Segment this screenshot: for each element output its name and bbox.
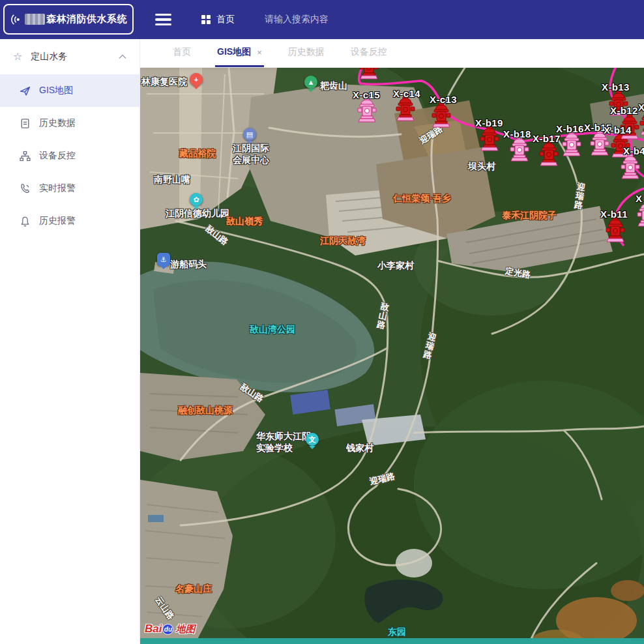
- road-label: 敔山路: [204, 224, 229, 246]
- hydrant-label: X-b13: [602, 81, 630, 93]
- hydrant-marker-edge[interactable]: [637, 202, 644, 227]
- map-canvas[interactable]: X-c15X-c14X-c13X-b19X-b18X-b17X-b16X-b15…: [140, 68, 644, 644]
- hydrant-marker-X-b19[interactable]: [480, 126, 499, 151]
- sidebar-group-label: 定山水务: [31, 51, 67, 63]
- tab-label: 首页: [173, 46, 191, 58]
- hydrant-marker-X-c15[interactable]: [357, 98, 377, 123]
- poi-label: 泰禾江阴院子: [502, 209, 557, 221]
- poi-label: 南野山嘴: [154, 173, 190, 185]
- sonar-logo-icon: [10, 11, 22, 28]
- hydrant-label: X-b18: [503, 128, 531, 139]
- sidebar-item-label: GIS地图: [39, 85, 73, 96]
- hydrant-marker-X-c13[interactable]: [432, 103, 451, 128]
- sidebar-item-label: 历史数据: [39, 117, 76, 129]
- kindergarten-pin-icon: ✿: [190, 193, 203, 206]
- sidebar-item-history-alarm[interactable]: 历史报警: [0, 205, 139, 237]
- sidebar-nav: GIS地图 历史数据 设备反控 实时报警: [0, 74, 139, 237]
- poi-label: 名豪山庄: [175, 583, 212, 594]
- hydrant-label: X-b14: [604, 124, 632, 136]
- road-label: 云山路: [154, 595, 176, 621]
- hydrant-label: X-b4: [623, 145, 644, 156]
- road-label: 迎 瑞 路: [422, 332, 437, 360]
- mountain-pin-icon: ▲: [304, 76, 317, 89]
- poi-label: 华东师大江阴实验学校: [256, 430, 311, 454]
- poi-label: 仁恒棠颂·吾乡: [393, 192, 451, 204]
- hydrant-marker-X-b16[interactable]: [562, 132, 581, 156]
- road-label: 敔山路: [239, 383, 265, 404]
- hospital-pin-icon: +: [190, 73, 203, 86]
- baidu-du-text: du: [164, 626, 172, 633]
- tab-label: 设备反控: [351, 46, 387, 58]
- poi-label: 敔山湾公园: [250, 323, 295, 335]
- tab-device-control[interactable]: 设备反控: [349, 39, 389, 67]
- sidebar-item-device-control[interactable]: 设备反控: [0, 139, 139, 172]
- tab-history-data[interactable]: 历史数据: [286, 39, 327, 67]
- tab-home[interactable]: 首页: [171, 39, 193, 67]
- hydrant-marker-partial[interactable]: [359, 68, 379, 80]
- hydrant-label: X-c13: [430, 94, 457, 105]
- hydrant-label: X: [638, 102, 644, 113]
- hydrant-label: X-b16: [556, 123, 584, 134]
- road-label: 定光路: [505, 267, 531, 280]
- sidebar-item-history-data[interactable]: 历史数据: [0, 107, 139, 139]
- document-icon: [20, 118, 31, 129]
- hydrant-marker-edge[interactable]: [639, 111, 644, 136]
- sidebar-group-dingshan[interactable]: ☆ 定山水务: [0, 39, 139, 74]
- send-icon: [20, 85, 31, 96]
- poi-label: 敔山嶺秀: [226, 215, 263, 227]
- sidebar-item-label: 实时报警: [39, 183, 76, 194]
- tab-label: 历史数据: [288, 46, 325, 58]
- road-label: 敔 山 路: [376, 302, 390, 330]
- hydrant-label: X: [636, 193, 642, 204]
- hydrant-label: X-b12: [610, 105, 638, 116]
- school-pin-icon: 文: [306, 433, 319, 446]
- menu-toggle-icon[interactable]: [155, 14, 171, 26]
- app-title: 森林消防供水系统: [46, 13, 127, 25]
- sidebar-item-realtime-alarm[interactable]: 实时报警: [0, 172, 139, 205]
- top-header: 森林消防供水系统 首页 请输入搜索内容: [0, 0, 644, 39]
- search-input[interactable]: 请输入搜索内容: [265, 14, 343, 25]
- baidu-paw-icon: du: [162, 624, 173, 635]
- close-tab-icon[interactable]: ×: [257, 48, 262, 57]
- phone-icon: [20, 183, 31, 194]
- hydrant-marker-X-b18[interactable]: [510, 137, 529, 162]
- hydrant-label: X-b11: [600, 209, 628, 220]
- hydrant-marker-X-b4[interactable]: [621, 154, 640, 179]
- sidebar-item-label: 设备反控: [39, 150, 76, 162]
- poi-label: 藏品裕院: [179, 147, 216, 159]
- poi-label: 林康复医院: [141, 76, 187, 87]
- poi-label: 耙齿山: [320, 80, 347, 91]
- poi-label: 游船码头: [170, 258, 207, 270]
- bell-icon: [20, 216, 31, 227]
- breadcrumb-home-label: 首页: [216, 14, 235, 25]
- breadcrumb-home[interactable]: 首页: [201, 14, 235, 25]
- sidebar-item-label: 历史报警: [39, 215, 76, 227]
- poi-label: 江阴国际会展中心: [233, 142, 269, 166]
- sitemap-icon: [20, 151, 31, 162]
- hydrant-label: X-b17: [533, 133, 561, 144]
- tab-gis-map[interactable]: GIS地图 ×: [215, 39, 264, 67]
- sidebar-item-gis-map[interactable]: GIS地图: [0, 74, 139, 107]
- marker-layer: X-c15X-c14X-c13X-b19X-b18X-b17X-b16X-b15…: [140, 68, 644, 644]
- road-label: 迎瑞路: [369, 471, 396, 486]
- tab-label: GIS地图: [217, 46, 251, 58]
- star-icon: ☆: [13, 51, 22, 62]
- poi-label: 小李家村: [377, 259, 414, 271]
- hydrant-marker-X-b11[interactable]: [606, 218, 625, 242]
- censored-region: [25, 14, 45, 25]
- anchor-pin-icon: ⚓: [157, 253, 170, 266]
- hydrant-marker-X-b17[interactable]: [539, 141, 559, 166]
- hydrant-label: X-b19: [475, 117, 503, 128]
- poi-label: 融创敔山桃源: [178, 404, 233, 416]
- hydrant-label: X-c14: [393, 88, 420, 99]
- baidu-bai-text: Bai: [145, 622, 162, 636]
- tab-bar: 首页 GIS地图 × 历史数据 设备反控: [140, 39, 644, 68]
- hydrant-label: X-c15: [353, 89, 380, 100]
- poi-label: 钱家村: [346, 442, 373, 454]
- grid-icon: [201, 15, 211, 24]
- hydrant-marker-X-c14[interactable]: [396, 96, 415, 121]
- building-pin-icon: ▤: [243, 128, 256, 141]
- poi-label: 东园: [388, 626, 406, 637]
- chevron-up-icon: [119, 54, 126, 59]
- app-logo: 森林消防供水系统: [3, 4, 134, 35]
